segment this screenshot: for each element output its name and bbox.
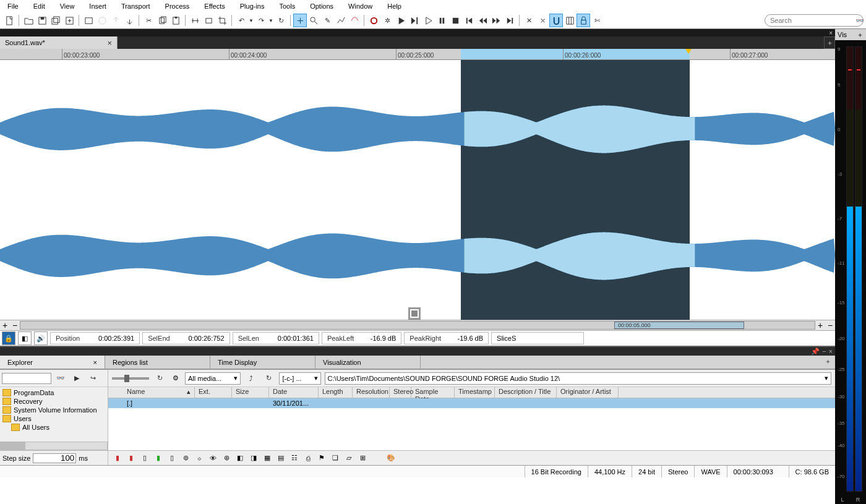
ex-icon-12[interactable]: ▦ [262, 453, 273, 464]
meter-add-icon[interactable]: ＋ [857, 30, 864, 40]
stop-icon[interactable] [448, 14, 462, 27]
meter-header[interactable]: Vis ＋ [835, 29, 866, 40]
scissors-icon[interactable]: ✄ [590, 14, 604, 27]
tab-add-icon[interactable]: ＋ [821, 356, 835, 369]
ex-icon-19[interactable]: ⊞ [357, 453, 368, 464]
redo-icon[interactable]: ↷ [254, 14, 268, 27]
file-col-header[interactable]: Description / Title [495, 387, 557, 398]
peakright-field[interactable]: PeakRight -19.6 dB [404, 332, 489, 344]
play-icon[interactable] [394, 14, 408, 27]
panel-close-icon[interactable]: × [829, 348, 833, 355]
event-tool-icon[interactable] [334, 14, 348, 27]
resize-handle-icon[interactable] [408, 307, 421, 320]
selend-field[interactable]: SelEnd 0:00:26:752 [142, 332, 229, 344]
pause-icon[interactable] [435, 14, 448, 27]
ex-icon-6[interactable]: ⊚ [180, 453, 191, 464]
copy-icon[interactable] [155, 14, 169, 27]
render-icon[interactable] [82, 14, 95, 27]
mix-icon[interactable] [188, 14, 202, 27]
zoom-in-horiz-icon[interactable]: + [815, 321, 825, 330]
ex-icon-17[interactable]: ❏ [330, 453, 341, 464]
record-icon[interactable] [367, 14, 380, 27]
peakleft-field[interactable]: PeakLeft -16.9 dB [322, 332, 401, 344]
ex-icon-3[interactable]: ▯ [139, 453, 150, 464]
ex-icon-13[interactable]: ▤ [275, 453, 286, 464]
upload-icon[interactable] [109, 14, 122, 27]
go-start-icon[interactable] [462, 14, 476, 27]
tree-item[interactable]: All Users [0, 423, 108, 432]
tree-scrollbar[interactable] [0, 442, 108, 450]
file-col-header[interactable]: Timestamp [455, 387, 495, 398]
file-col-header[interactable]: Date [269, 387, 319, 398]
new-file-icon[interactable] [2, 14, 16, 27]
file-col-header[interactable]: Size [232, 387, 269, 398]
save-icon[interactable] [35, 14, 49, 27]
slice-field[interactable]: SliceS [491, 332, 584, 344]
step-size-input[interactable] [33, 453, 76, 463]
pencil-tool-icon[interactable]: ✎ [320, 14, 334, 27]
file-col-header[interactable]: Ext. [195, 387, 232, 398]
play-all-icon[interactable] [408, 14, 421, 27]
file-col-header[interactable]: Length [319, 387, 353, 398]
file-col-header[interactable]: Name ▴ [108, 387, 195, 398]
menu-edit[interactable]: Edit [26, 1, 53, 11]
panel-pin-icon[interactable]: 📌 [811, 348, 820, 356]
ex-icon-9[interactable]: ⊛ [221, 453, 232, 464]
tree-item[interactable]: Users [0, 414, 108, 423]
play-cursor-marker-icon[interactable] [685, 49, 692, 54]
up-folder-icon[interactable]: ⤴ [244, 372, 258, 385]
crop-icon[interactable] [215, 14, 229, 27]
forward-icon[interactable] [489, 14, 503, 27]
menu-effects[interactable]: Effects [197, 1, 232, 11]
path-input[interactable]: C:\Users\Tim\Documents\SOUND FORGE\SOUND… [325, 372, 831, 385]
menu-options[interactable]: Options [302, 1, 341, 11]
file-col-header[interactable]: Stereo [390, 387, 411, 398]
preview-play-icon[interactable]: ▶ [70, 372, 84, 385]
quantize-icon[interactable] [563, 14, 577, 27]
undo-icon[interactable]: ↶ [234, 14, 248, 27]
sellen-field[interactable]: SelLen 0:00:01:361 [233, 332, 319, 344]
overview-track[interactable]: 00:00:05.000 [20, 321, 815, 330]
trim-icon[interactable] [202, 14, 215, 27]
magnify-tool-icon[interactable] [307, 14, 320, 27]
tree-item[interactable]: Recovery [0, 397, 108, 406]
time-ruler[interactable]: 00:00:23:000 00:00:24:000 00:00:25:000 0… [0, 49, 835, 60]
folder-tree[interactable]: ProgramData Recovery System Volume Infor… [0, 387, 108, 442]
peak-meter[interactable]: 950-3-7-11-15-20-25-30-35-40-70 L R [835, 40, 866, 504]
shuffle-icon[interactable]: ✕ [522, 14, 536, 27]
mode-lock-icon[interactable]: 🔒 [2, 331, 15, 345]
preview-binoculars-icon[interactable]: 👓 [54, 372, 67, 385]
ex-icon-11[interactable]: ◨ [248, 453, 259, 464]
ex-icon-2[interactable]: ▮ [126, 453, 137, 464]
rewind-icon[interactable] [476, 14, 489, 27]
preview-autoplay-icon[interactable]: ↪ [86, 372, 100, 385]
ex-icon-14[interactable]: ☷ [289, 453, 300, 464]
envelope-tool-icon[interactable] [348, 14, 361, 27]
zoom-out-vert-icon[interactable]: − [10, 321, 20, 330]
preview-volume-slider[interactable] [112, 377, 149, 380]
media-filter-dropdown[interactable]: All media...▾ [185, 372, 241, 385]
new-tab-icon[interactable]: ＋ [824, 36, 835, 49]
menu-file[interactable]: File [0, 1, 26, 11]
ex-icon-1[interactable]: ▮ [112, 453, 123, 464]
tab-timedisplay[interactable]: Time Display [210, 356, 315, 369]
file-col-header[interactable]: Originator / Artist [557, 387, 619, 398]
settings-gear-icon[interactable]: ⚙ [170, 373, 181, 384]
tab-visualization[interactable]: Visualization [315, 356, 421, 369]
ex-icon-8[interactable]: 👁 [207, 453, 218, 464]
paste-icon[interactable] [169, 14, 182, 27]
ex-icon-18[interactable]: ▱ [343, 453, 354, 464]
zoom-out-horiz-icon[interactable]: − [825, 321, 835, 330]
panel-minimize-icon[interactable]: − [822, 348, 826, 355]
ex-icon-7[interactable]: ⟐ [194, 453, 205, 464]
menu-view[interactable]: View [53, 1, 82, 11]
menu-tools[interactable]: Tools [272, 1, 302, 11]
file-col-header[interactable]: Resolution [353, 387, 390, 398]
panel-close-icon[interactable]: × [0, 29, 835, 36]
menu-transport[interactable]: Transport [114, 1, 158, 11]
menu-insert[interactable]: Insert [82, 1, 114, 11]
tab-explorer-close-icon[interactable]: × [93, 359, 97, 366]
undo-dropdown-icon[interactable]: ▼ [248, 14, 254, 27]
ex-palette-icon[interactable]: 🎨 [385, 453, 397, 464]
menu-process[interactable]: Process [158, 1, 197, 11]
